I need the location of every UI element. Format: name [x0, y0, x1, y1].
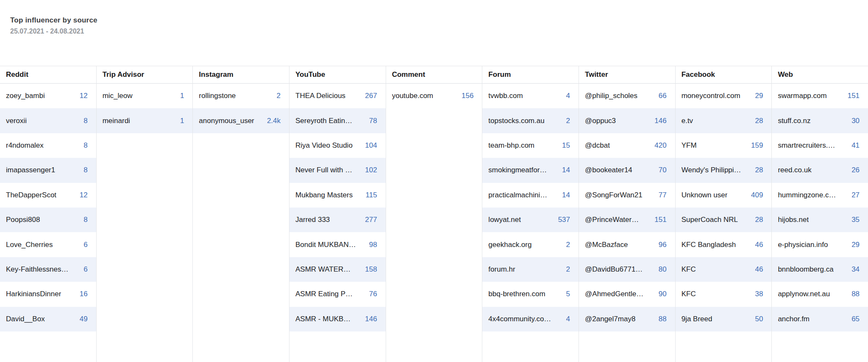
influencer-name: @AhmedGentle…	[585, 290, 643, 298]
influencer-cell[interactable]: meinardi1	[97, 108, 193, 133]
influencer-cell[interactable]: Wendy's Philippi…28	[676, 158, 772, 182]
influencer-cell[interactable]: smartrecruiters.…41	[772, 133, 868, 158]
influencer-cell[interactable]: youtube.com156	[386, 84, 482, 108]
column-trip-advisor: Trip Advisormic_leow1meinardi1	[97, 66, 193, 362]
influencer-cell[interactable]: Mukbang Masters115	[289, 183, 386, 208]
influencer-cell[interactable]: @DavidBu6771…80	[579, 257, 675, 282]
influencer-cell[interactable]: anonymous_user2.4k	[193, 108, 289, 133]
influencer-name: Never Full with …	[295, 166, 352, 174]
influencer-name: forum.hr	[488, 265, 515, 274]
influencer-cell[interactable]: Sereyroth Eatin…78	[289, 108, 386, 133]
influencer-cell[interactable]: @philip_scholes66	[579, 84, 675, 108]
influencer-cell[interactable]: SuperCoach NRL28	[676, 208, 772, 232]
influencer-cell[interactable]: THEA Delicious267	[289, 84, 386, 108]
influencer-cell[interactable]: ASMR Eating P…76	[289, 282, 386, 306]
influencer-cell[interactable]: @oppuc3146	[579, 108, 675, 133]
influencer-cell[interactable]: KFC38	[676, 282, 772, 306]
influencer-name: @philip_scholes	[585, 92, 637, 100]
influencer-cell[interactable]: 4x4community.co…4	[482, 307, 579, 331]
influencer-name: Key-Faithlessnes…	[6, 265, 68, 274]
influencer-cell[interactable]: r4ndomalex8	[0, 133, 96, 158]
influencer-cell[interactable]: @McBazface96	[579, 232, 675, 257]
influencer-value: 12	[80, 191, 88, 199]
influencer-cell[interactable]: Riya Video Studio104	[289, 133, 386, 158]
influencer-name: ASMR - MUKB…	[295, 315, 351, 323]
influencer-name: lowyat.net	[488, 216, 521, 224]
influencer-cell[interactable]: applynow.net.au88	[772, 282, 868, 306]
influencer-name: YFM	[682, 141, 697, 150]
influencer-cell[interactable]: @PrinceWater…151	[579, 208, 675, 232]
influencer-cell[interactable]: practicalmachini…14	[482, 183, 579, 208]
influencer-cell[interactable]: @2angel7may888	[579, 307, 675, 331]
influencer-cell[interactable]: veroxii8	[0, 108, 96, 133]
influencer-cell[interactable]: e.tv28	[676, 108, 772, 133]
influencer-value: 2	[566, 265, 570, 274]
influencer-cell[interactable]: @SongForWan2177	[579, 183, 675, 208]
influencer-value: 90	[659, 290, 667, 298]
influencer-cell[interactable]: hummingzone.c…27	[772, 183, 868, 208]
influencer-value: 2.4k	[267, 117, 281, 125]
empty-cell	[386, 158, 482, 182]
influencer-cell[interactable]: topstocks.com.au2	[482, 108, 579, 133]
influencer-cell[interactable]: reed.co.uk26	[772, 158, 868, 182]
influencer-cell[interactable]: swarmapp.com151	[772, 84, 868, 108]
column-reddit: Redditzoey_bambi12veroxii8r4ndomalex8ima…	[0, 66, 97, 362]
influencer-value: 80	[659, 265, 667, 274]
widget-date-range: 25.07.2021 - 24.08.2021	[10, 28, 97, 35]
influencer-value: 34	[851, 265, 860, 274]
influencer-cell[interactable]: Never Full with …102	[289, 158, 386, 182]
influencer-cell[interactable]: team-bhp.com15	[482, 133, 579, 158]
influencer-cell[interactable]: HarkiniansDinner16	[0, 282, 96, 306]
empty-cell	[97, 307, 193, 331]
influencer-cell[interactable]: Bondit MUKBAN…98	[289, 232, 386, 257]
column-header-trip-advisor: Trip Advisor	[97, 66, 193, 84]
influencer-name: reed.co.uk	[778, 166, 811, 174]
influencer-cell[interactable]: hijobs.net35	[772, 208, 868, 232]
influencer-name: Unknown user	[682, 191, 728, 199]
influencer-cell[interactable]: geekhack.org2	[482, 232, 579, 257]
influencer-cell[interactable]: rollingstone2	[193, 84, 289, 108]
influencer-cell[interactable]: TheDapperScot12	[0, 183, 96, 208]
influencer-cell[interactable]: smokingmeatfor…14	[482, 158, 579, 182]
influencer-cell[interactable]: David__Box49	[0, 307, 96, 331]
top-influencer-widget: Top influencer by source 25.07.2021 - 24…	[0, 0, 868, 362]
influencer-cell[interactable]: ASMR WATER…158	[289, 257, 386, 282]
influencer-cell[interactable]: @dcbat420	[579, 133, 675, 158]
influencer-cell[interactable]: @AhmedGentle…90	[579, 282, 675, 306]
influencer-cell[interactable]: @bookeater1470	[579, 158, 675, 182]
influencer-name: Wendy's Philippi…	[682, 166, 741, 174]
influencer-cell[interactable]: tvwbb.com4	[482, 84, 579, 108]
influencer-cell[interactable]: mic_leow1	[97, 84, 193, 108]
influencer-cell[interactable]: Poopsi8088	[0, 208, 96, 232]
column-forum: Forumtvwbb.com4topstocks.com.au2team-bhp…	[482, 66, 579, 362]
influencer-cell[interactable]: bnnbloomberg.ca34	[772, 257, 868, 282]
influencer-cell[interactable]: lowyat.net537	[482, 208, 579, 232]
influencer-cell[interactable]: 9ja Breed50	[676, 307, 772, 331]
influencer-name: moneycontrol.com	[682, 92, 740, 100]
influencer-cell[interactable]: forum.hr2	[482, 257, 579, 282]
influencer-cell[interactable]: anchor.fm65	[772, 307, 868, 331]
influencer-name: anonymous_user	[199, 117, 254, 125]
influencer-cell[interactable]: zoey_bambi12	[0, 84, 96, 108]
influencer-cell[interactable]: imapassenger18	[0, 158, 96, 182]
influencer-cell[interactable]: Key-Faithlessnes…6	[0, 257, 96, 282]
influencer-cell[interactable]: e-physician.info29	[772, 232, 868, 257]
influencer-value: 66	[659, 92, 667, 100]
influencer-cell[interactable]: bbq-brethren.com5	[482, 282, 579, 306]
influencer-name: rollingstone	[199, 92, 236, 100]
influencer-cell[interactable]: Love_Cherries6	[0, 232, 96, 257]
influencer-cell[interactable]: YFM159	[676, 133, 772, 158]
influencer-cell[interactable]: stuff.co.nz30	[772, 108, 868, 133]
influencer-name: KFC	[682, 265, 696, 274]
influencer-name: Love_Cherries	[6, 241, 53, 249]
influencer-name: @SongForWan21	[585, 191, 643, 199]
influencer-name: @2angel7may8	[585, 315, 635, 323]
influencer-value: 2	[566, 117, 570, 125]
influencer-cell[interactable]: Unknown user409	[676, 183, 772, 208]
influencer-value: 8	[83, 216, 87, 224]
influencer-cell[interactable]: KFC46	[676, 257, 772, 282]
influencer-cell[interactable]: KFC Bangladesh46	[676, 232, 772, 257]
influencer-cell[interactable]: Jarred 333277	[289, 208, 386, 232]
influencer-cell[interactable]: moneycontrol.com29	[676, 84, 772, 108]
influencer-cell[interactable]: ASMR - MUKB…146	[289, 307, 386, 331]
